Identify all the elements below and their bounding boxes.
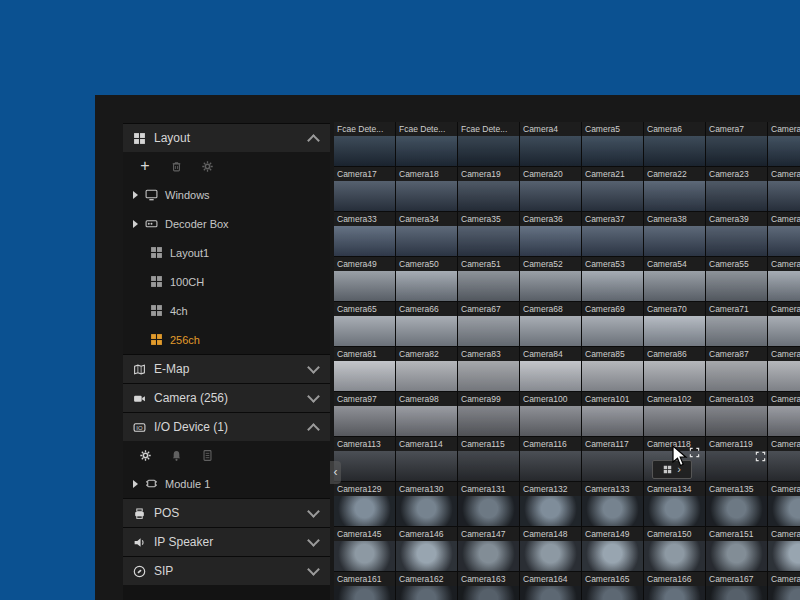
io-settings-button[interactable] (137, 447, 153, 463)
camera-tile[interactable]: Camera168 (768, 572, 800, 600)
camera-tile[interactable]: Camera102 (644, 392, 705, 436)
camera-tile[interactable]: Camera67 (458, 302, 519, 346)
camera-tile[interactable]: Camera84 (520, 347, 581, 391)
tree-item-256ch-selected[interactable]: 256ch (123, 325, 330, 354)
camera-tile[interactable]: Camera148 (520, 527, 581, 571)
camera-tile[interactable]: Camera40 (768, 212, 800, 256)
camera-tile[interactable]: Camera8 (768, 122, 800, 166)
camera-tile[interactable]: Camera132 (520, 482, 581, 526)
camera-tile[interactable]: Camera54 (644, 257, 705, 301)
camera-tile[interactable]: Camera135 (706, 482, 767, 526)
camera-tile[interactable]: Camera97 (334, 392, 395, 436)
camera-tile[interactable]: Camera136 (768, 482, 800, 526)
camera-tile[interactable]: Camera19 (458, 167, 519, 211)
camera-tile[interactable]: Camera37 (582, 212, 643, 256)
camera-tile[interactable]: Camera115 (458, 437, 519, 481)
camera-tile[interactable]: Camera71 (706, 302, 767, 346)
camera-tile[interactable]: Camera6 (644, 122, 705, 166)
camera-tile[interactable]: Camera104 (768, 392, 800, 436)
camera-tile[interactable]: Camera65 (334, 302, 395, 346)
camera-tile[interactable]: Camera4 (520, 122, 581, 166)
camera-tile[interactable]: Camera7 (706, 122, 767, 166)
sidebar-collapse-handle[interactable]: ‹ (330, 461, 341, 484)
add-layout-button[interactable]: + (137, 158, 153, 174)
camera-tile[interactable]: Camera49 (334, 257, 395, 301)
tree-item-4ch[interactable]: 4ch (123, 296, 330, 325)
section-io-device[interactable]: IO I/O Device (1) (123, 412, 330, 441)
tree-item-100ch[interactable]: 100CH (123, 267, 330, 296)
camera-tile[interactable]: Camera151 (706, 527, 767, 571)
camera-tile[interactable]: Camera20 (520, 167, 581, 211)
camera-tile[interactable]: Camera21 (582, 167, 643, 211)
camera-tile[interactable]: Camera38 (644, 212, 705, 256)
camera-tile[interactable]: Camera167 (706, 572, 767, 600)
camera-tile[interactable]: Camera145 (334, 527, 395, 571)
section-pos[interactable]: POS (123, 498, 330, 527)
camera-tile[interactable]: Camera85 (582, 347, 643, 391)
camera-tile[interactable]: Camera113 (334, 437, 395, 481)
camera-tile[interactable]: Camera101 (582, 392, 643, 436)
camera-tile[interactable]: Camera117 (582, 437, 643, 481)
camera-tile[interactable]: Fcae Dete... (334, 122, 395, 166)
section-layout[interactable]: Layout (123, 123, 330, 152)
expand-corners-icon[interactable] (755, 451, 766, 462)
camera-tile[interactable]: Camera87 (706, 347, 767, 391)
camera-tile[interactable]: Camera99 (458, 392, 519, 436)
camera-tile[interactable]: Camera164 (520, 572, 581, 600)
camera-tile[interactable]: Camera88 (768, 347, 800, 391)
camera-tile[interactable]: Camera98 (396, 392, 457, 436)
camera-tile[interactable]: Camera134 (644, 482, 705, 526)
camera-tile[interactable]: Camera146 (396, 527, 457, 571)
camera-tile[interactable]: Camera22 (644, 167, 705, 211)
camera-tile[interactable]: Camera39 (706, 212, 767, 256)
expand-corners-icon[interactable] (689, 447, 700, 458)
camera-tile[interactable]: Camera68 (520, 302, 581, 346)
camera-tile[interactable]: Camera33 (334, 212, 395, 256)
expander-triangle-icon[interactable] (133, 480, 138, 488)
camera-tile[interactable]: Camera116 (520, 437, 581, 481)
camera-tile[interactable]: Camera129 (334, 482, 395, 526)
camera-tile[interactable]: Camera34 (396, 212, 457, 256)
camera-tile[interactable]: Camera147 (458, 527, 519, 571)
camera-tile[interactable]: Camera163 (458, 572, 519, 600)
io-alarm-button[interactable] (168, 447, 184, 463)
camera-tile[interactable]: Fcae Dete... (396, 122, 457, 166)
camera-tile[interactable]: Camera150 (644, 527, 705, 571)
section-sip[interactable]: SIP (123, 556, 330, 585)
camera-tile[interactable]: Camera72 (768, 302, 800, 346)
tree-item-layout1[interactable]: Layout1 (123, 238, 330, 267)
camera-tile[interactable]: Camera69 (582, 302, 643, 346)
camera-tile[interactable]: Camera82 (396, 347, 457, 391)
section-camera[interactable]: Camera (256) (123, 383, 330, 412)
camera-tile[interactable]: Camera161 (334, 572, 395, 600)
camera-tile[interactable]: Camera53 (582, 257, 643, 301)
camera-tile[interactable]: Camera56 (768, 257, 800, 301)
camera-tile[interactable]: Camera166 (644, 572, 705, 600)
tree-item-windows[interactable]: Windows (123, 180, 330, 209)
camera-tile[interactable]: Camera130 (396, 482, 457, 526)
camera-tile[interactable]: Camera36 (520, 212, 581, 256)
camera-tile[interactable]: Camera131 (458, 482, 519, 526)
camera-tile[interactable]: Camera149 (582, 527, 643, 571)
camera-tile[interactable]: Camera86 (644, 347, 705, 391)
camera-tile[interactable]: Camera66 (396, 302, 457, 346)
camera-tile[interactable]: Camera24 (768, 167, 800, 211)
camera-tile[interactable]: Camera114 (396, 437, 457, 481)
delete-layout-button[interactable] (168, 158, 184, 174)
camera-tile[interactable]: Camera5 (582, 122, 643, 166)
camera-tile[interactable]: Camera83 (458, 347, 519, 391)
camera-tile[interactable]: Camera120 (768, 437, 800, 481)
camera-tile[interactable]: Camera55 (706, 257, 767, 301)
layout-settings-button[interactable] (199, 158, 215, 174)
expander-triangle-icon[interactable] (133, 220, 138, 228)
camera-tile[interactable]: Camera23 (706, 167, 767, 211)
camera-tile[interactable]: Camera162 (396, 572, 457, 600)
camera-tile[interactable]: Camera100 (520, 392, 581, 436)
camera-tile[interactable]: Camera18 (396, 167, 457, 211)
camera-tile[interactable]: Camera70 (644, 302, 705, 346)
tree-item-decoder-box[interactable]: Decoder Box (123, 209, 330, 238)
expander-triangle-icon[interactable] (133, 191, 138, 199)
camera-tile[interactable]: Fcae Dete... (458, 122, 519, 166)
io-log-button[interactable] (199, 447, 215, 463)
camera-tile[interactable]: Camera51 (458, 257, 519, 301)
